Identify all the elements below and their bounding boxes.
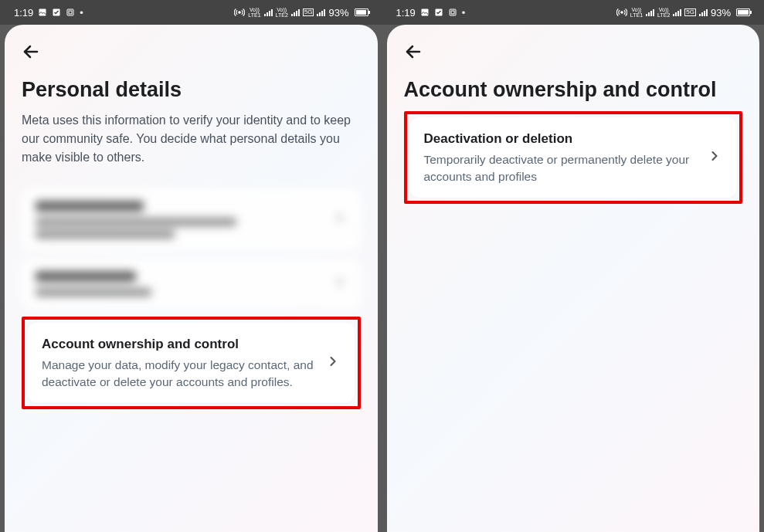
hotspot-icon bbox=[616, 7, 627, 18]
card-subtitle: Manage your data, modify your legacy con… bbox=[42, 357, 319, 391]
signal-1-icon bbox=[646, 8, 654, 16]
page-description: Meta uses this information to verify you… bbox=[22, 111, 361, 167]
signal-1-icon bbox=[264, 8, 273, 16]
left-phone-panel: 1:19 • Vo))LTE1 Vo))LTE2 5G 93% bbox=[0, 0, 382, 532]
status-bar: 1:19 • Vo))LTE1 Vo))LTE2 5G 93% bbox=[0, 0, 382, 25]
deactivation-card[interactable]: Deactivation or deletion Temporarily dea… bbox=[410, 117, 737, 198]
right-screen: Account ownership and control Deactivati… bbox=[387, 25, 760, 532]
card-subtitle: Temporarily deactivate or permanently de… bbox=[424, 151, 701, 186]
svg-point-4 bbox=[239, 12, 240, 13]
status-time: 1:19 bbox=[396, 7, 416, 19]
lte2-label: Vo))LTE2 bbox=[276, 7, 288, 18]
arrow-left-icon bbox=[22, 42, 40, 61]
svg-rect-8 bbox=[450, 9, 456, 15]
chevron-right-icon bbox=[325, 354, 341, 372]
svg-point-10 bbox=[621, 12, 623, 13]
signal-3-icon bbox=[699, 8, 708, 16]
lte1-label: Vo))LTE1 bbox=[630, 7, 643, 18]
screenshot-icon bbox=[448, 8, 457, 17]
highlight-account-ownership: Account ownership and control Manage you… bbox=[22, 317, 361, 410]
chevron-right-icon bbox=[333, 211, 347, 228]
chevron-right-icon bbox=[333, 275, 347, 292]
card-title: Account ownership and control bbox=[42, 335, 319, 354]
status-time: 1:19 bbox=[14, 7, 33, 19]
back-button[interactable] bbox=[22, 40, 45, 63]
gallery-icon bbox=[420, 8, 430, 17]
contact-info-card[interactable] bbox=[22, 188, 361, 251]
screenshot-icon bbox=[66, 8, 75, 17]
signal-2-icon bbox=[291, 8, 300, 16]
battery-icon bbox=[736, 8, 750, 16]
hotspot-icon bbox=[234, 7, 245, 18]
left-screen: Personal details Meta uses this informat… bbox=[5, 25, 378, 532]
lte1-label: Vo))LTE1 bbox=[248, 7, 260, 18]
page-title: Personal details bbox=[22, 77, 361, 103]
dob-card[interactable] bbox=[22, 259, 361, 309]
status-bar: 1:19 • Vo))LTE1 Vo))LTE2 5G 93% bbox=[382, 0, 765, 25]
battery-icon bbox=[355, 8, 368, 16]
back-button[interactable] bbox=[404, 40, 427, 63]
more-dot: • bbox=[462, 7, 466, 19]
chevron-right-icon bbox=[707, 148, 722, 167]
more-dot: • bbox=[80, 7, 83, 19]
right-phone-panel: 1:19 • Vo))LTE1 Vo))LTE2 5G 93% bbox=[382, 0, 765, 532]
svg-rect-3 bbox=[69, 11, 72, 14]
account-ownership-card[interactable]: Account ownership and control Manage you… bbox=[28, 323, 355, 404]
checkbox-icon bbox=[434, 8, 443, 17]
svg-rect-2 bbox=[67, 9, 73, 15]
checkbox-icon bbox=[52, 8, 61, 17]
gallery-icon bbox=[38, 8, 47, 17]
lte2-label: Vo))LTE2 bbox=[657, 7, 670, 18]
page-title: Account ownership and control bbox=[404, 77, 743, 103]
battery-pct: 93% bbox=[711, 7, 731, 19]
card-title: Deactivation or deletion bbox=[424, 130, 701, 148]
battery-pct: 93% bbox=[328, 7, 348, 19]
highlight-deactivation: Deactivation or deletion Temporarily dea… bbox=[404, 111, 743, 205]
signal-2-icon bbox=[673, 8, 681, 16]
svg-rect-9 bbox=[451, 11, 454, 14]
signal-3-icon bbox=[317, 8, 325, 16]
arrow-left-icon bbox=[404, 42, 423, 61]
5g-label: 5G bbox=[684, 8, 696, 16]
5g-label: 5G bbox=[303, 8, 314, 16]
